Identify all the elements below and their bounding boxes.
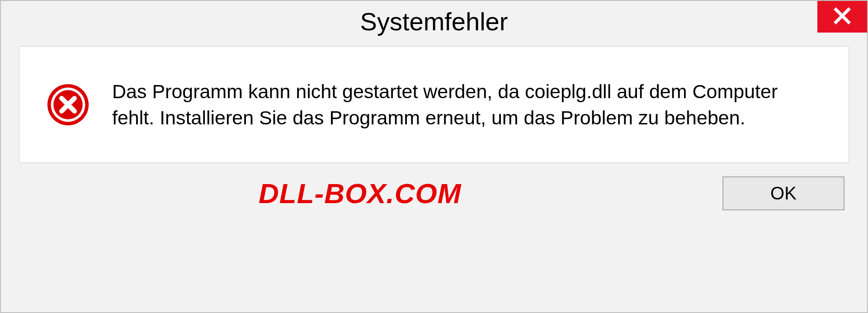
- dialog-footer: DLL-BOX.COM OK: [1, 176, 867, 219]
- ok-button[interactable]: OK: [722, 176, 844, 210]
- close-icon: [833, 7, 851, 27]
- message-panel: Das Programm kann nicht gestartet werden…: [19, 46, 849, 163]
- dialog-title: Systemfehler: [360, 7, 508, 36]
- close-button[interactable]: [817, 1, 867, 33]
- titlebar: Systemfehler: [1, 1, 867, 42]
- error-icon: [47, 83, 90, 126]
- ok-button-label: OK: [770, 183, 797, 204]
- error-message: Das Programm kann nicht gestartet werden…: [112, 78, 821, 131]
- watermark-text: DLL-BOX.COM: [259, 177, 461, 209]
